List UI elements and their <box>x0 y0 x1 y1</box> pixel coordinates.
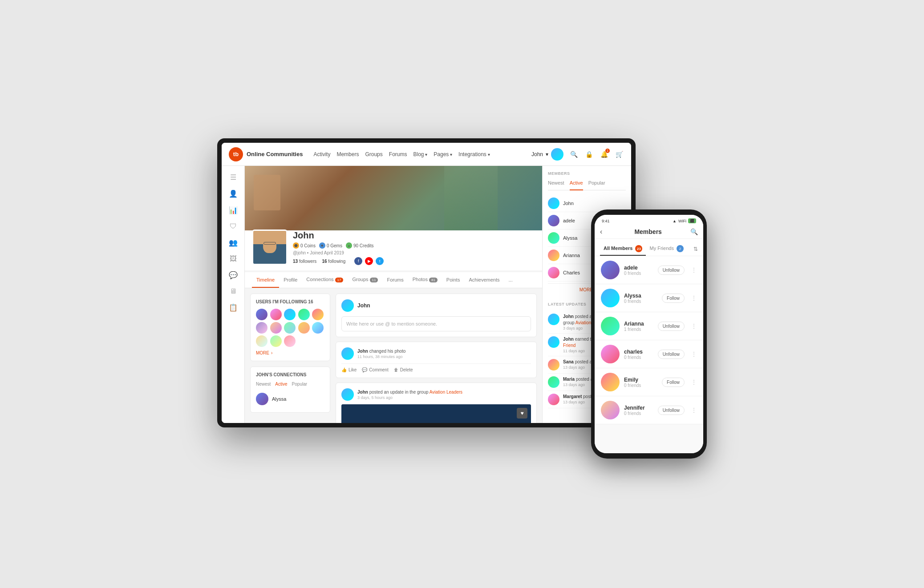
mobile-tab-all-members[interactable]: All Members 23 <box>600 242 646 256</box>
unfollow-adele-btn[interactable]: Unfollow <box>658 266 685 275</box>
unfollow-charles-btn[interactable]: Unfollow <box>658 350 685 359</box>
mobile-avatar-charles[interactable] <box>601 345 620 363</box>
conn-tab-active[interactable]: Active <box>275 382 287 387</box>
activity-avatar-1[interactable] <box>341 347 354 360</box>
more-options-emily[interactable]: ⋮ <box>691 379 697 386</box>
following-avatar-5[interactable] <box>312 309 324 320</box>
update-avatar-2[interactable] <box>548 336 559 348</box>
sidebar-shield-icon[interactable]: 🛡 <box>230 222 237 230</box>
mobile-avatar-arianna[interactable] <box>601 317 620 335</box>
mobile-avatar-adele[interactable] <box>601 261 620 279</box>
sidebar-monitor-icon[interactable]: 🖥 <box>230 287 237 295</box>
brand-logo[interactable]: tb Online Communities <box>229 147 303 161</box>
aviation-leaders-link[interactable]: Aviation Leaders <box>430 390 462 395</box>
tab-achievements[interactable]: Achievements <box>464 273 504 288</box>
members-tab-popular[interactable]: Popular <box>588 180 605 187</box>
nav-pages[interactable]: Pages <box>434 151 452 157</box>
following-avatar-12[interactable] <box>270 335 282 347</box>
sort-icon[interactable]: ⇅ <box>693 246 698 252</box>
following-avatar-9[interactable] <box>298 322 310 334</box>
nav-groups[interactable]: Groups <box>365 151 382 157</box>
cart-icon-btn[interactable]: 🛒 <box>614 149 624 159</box>
update-avatar-5[interactable] <box>548 394 559 405</box>
followers-stat[interactable]: 13 followers <box>293 259 316 264</box>
bell-icon-btn[interactable]: 🔔 1 <box>599 149 609 159</box>
following-avatar-7[interactable] <box>270 322 282 334</box>
twitter-icon[interactable]: t <box>376 257 384 265</box>
more-options-adele[interactable]: ⋮ <box>691 266 697 274</box>
unfollow-jennifer-btn[interactable]: Unfollow <box>658 406 685 415</box>
nav-members[interactable]: Members <box>336 151 359 157</box>
sidebar-image-icon[interactable]: 🖼 <box>230 255 237 263</box>
nav-user[interactable]: John ▾ <box>531 148 563 161</box>
activity-avatar-2[interactable] <box>341 388 354 401</box>
tab-connections[interactable]: Connections17 <box>302 272 348 288</box>
youtube-icon[interactable]: ▶ <box>365 257 373 265</box>
heart-button[interactable]: ♥ <box>517 408 527 419</box>
unfollow-arianna-btn[interactable]: Unfollow <box>658 322 685 331</box>
member-avatar-john[interactable] <box>548 197 559 209</box>
following-avatar-13[interactable] <box>284 335 296 347</box>
search-icon-btn[interactable]: 🔍 <box>569 149 579 159</box>
mobile-tab-my-friends[interactable]: My Friends 2 <box>646 242 687 256</box>
member-avatar-alyssa[interactable] <box>548 232 559 244</box>
member-avatar-adele[interactable] <box>548 215 559 226</box>
update-avatar-3[interactable] <box>548 359 559 371</box>
more-options-jennifer[interactable]: ⋮ <box>691 407 697 414</box>
sidebar-menu-icon[interactable]: ☰ <box>230 173 236 181</box>
following-avatar-10[interactable] <box>312 322 324 334</box>
more-options-charles[interactable]: ⋮ <box>691 350 697 358</box>
mobile-search-icon[interactable]: 🔍 <box>690 228 698 235</box>
tab-forums[interactable]: Forums <box>382 273 408 288</box>
more-options-arianna[interactable]: ⋮ <box>691 322 697 330</box>
lock-icon-btn[interactable]: 🔒 <box>584 149 594 159</box>
like-button[interactable]: 👍 Like <box>341 367 357 372</box>
sidebar-chat-icon[interactable]: 💬 <box>229 271 238 279</box>
more-options-alyssa[interactable]: ⋮ <box>691 294 697 302</box>
connection-avatar[interactable] <box>256 393 268 405</box>
mobile-avatar-jennifer[interactable] <box>601 401 620 419</box>
following-avatar-6[interactable] <box>256 322 267 334</box>
sidebar-group-icon[interactable]: 👥 <box>229 238 238 247</box>
credits-icon: ● <box>346 242 352 249</box>
following-avatar-1[interactable] <box>256 309 267 320</box>
following-avatar-11[interactable] <box>256 335 267 347</box>
members-tab-active[interactable]: Active <box>570 180 583 190</box>
member-avatar-charles[interactable] <box>548 267 559 278</box>
follow-emily-btn[interactable]: Follow <box>662 378 685 387</box>
members-tab-newest[interactable]: Newest <box>548 180 564 187</box>
sidebar-user-icon[interactable]: 👤 <box>229 189 238 198</box>
comment-button[interactable]: 💬 Comment <box>362 367 388 372</box>
tab-photos[interactable]: Photos81 <box>408 272 442 288</box>
follow-alyssa-btn[interactable]: Follow <box>662 294 685 303</box>
nav-activity[interactable]: Activity <box>313 151 330 157</box>
facebook-icon[interactable]: f <box>354 257 362 265</box>
back-button[interactable]: ‹ <box>600 228 602 236</box>
sidebar-list-icon[interactable]: 📋 <box>229 303 238 312</box>
update-avatar-1[interactable] <box>548 314 559 325</box>
tab-profile[interactable]: Profile <box>279 273 302 288</box>
following-avatar-8[interactable] <box>284 322 296 334</box>
member-avatar-arianna[interactable] <box>548 250 559 261</box>
following-more-link[interactable]: MORE › <box>256 350 324 355</box>
nav-blog[interactable]: Blog <box>413 151 427 157</box>
update-avatar-4[interactable] <box>548 376 559 388</box>
sidebar-activity-icon[interactable]: 📊 <box>229 206 238 214</box>
following-avatar-2[interactable] <box>270 309 282 320</box>
following-avatar-4[interactable] <box>298 309 310 320</box>
nav-forums[interactable]: Forums <box>389 151 407 157</box>
tab-timeline[interactable]: Timeline <box>252 273 279 288</box>
conn-tab-popular[interactable]: Popular <box>292 382 307 387</box>
mobile-name-alyssa: Alyssa <box>624 293 657 299</box>
tab-more[interactable]: ... <box>504 273 517 288</box>
following-avatar-3[interactable] <box>284 309 296 320</box>
mobile-avatar-emily[interactable] <box>601 373 620 391</box>
tab-groups[interactable]: Groups11 <box>348 272 382 288</box>
nav-integrations[interactable]: Integrations <box>458 151 490 157</box>
following-stat[interactable]: 16 following <box>322 259 345 264</box>
delete-button[interactable]: 🗑 Delete <box>394 367 413 372</box>
conn-tab-newest[interactable]: Newest <box>256 382 271 387</box>
post-input[interactable]: Write here or use @ to mention someone. <box>341 316 531 331</box>
mobile-avatar-alyssa[interactable] <box>601 289 620 307</box>
tab-points[interactable]: Points <box>442 273 465 288</box>
